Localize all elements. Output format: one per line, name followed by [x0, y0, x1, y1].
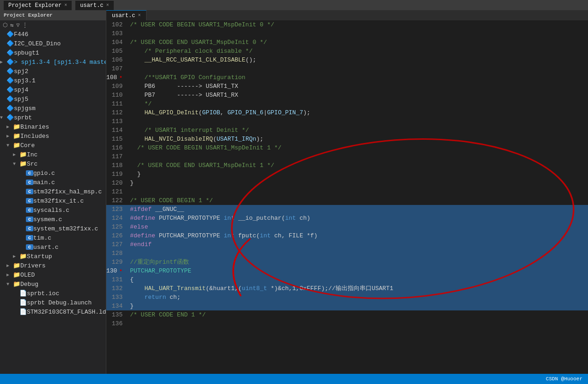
line-content[interactable]: }	[128, 170, 588, 179]
editor-tab-usart[interactable]: usart.c ×	[106, 10, 147, 20]
sidebar-item-Inc[interactable]: ▶ 📁 Inc	[0, 150, 106, 159]
table-row[interactable]: 104/* USER CODE END USART1_MspDeInit 0 *…	[106, 38, 588, 47]
toolbar-collapse-btn[interactable]: ⬡	[2, 21, 8, 29]
table-row[interactable]: 113	[106, 117, 588, 126]
line-content[interactable]	[128, 187, 588, 196]
table-row[interactable]: 109 PB6 ------> USART1_TX	[106, 82, 588, 91]
table-row[interactable]: 135/* USER CODE END 1 */	[106, 310, 588, 319]
table-row[interactable]: 134}	[106, 302, 588, 310]
table-row[interactable]: 122/* USER CODE BEGIN 1 */	[106, 196, 588, 205]
sidebar-item-tim.c[interactable]: c tim.c	[0, 233, 106, 242]
table-row[interactable]: 115 HAL_NVIC_DisableIRQ(USART1_IRQn);	[106, 135, 588, 143]
line-content[interactable]: /* USER CODE BEGIN USART1_MspDeInit 0 */	[128, 20, 588, 29]
table-row[interactable]: 111 */	[106, 99, 588, 108]
line-content[interactable]: __HAL_RCC_USART1_CLK_DISABLE();	[128, 56, 588, 64]
sidebar-item-OLED[interactable]: ▶ 📁 OLED	[0, 270, 106, 279]
table-row[interactable]: 108 /**USART1 GPIO Configuration	[106, 73, 588, 82]
line-content[interactable]: #define PUTCHAR_PROTOTYPE int fputc(int …	[128, 231, 588, 240]
line-content[interactable]	[128, 117, 588, 126]
sidebar-item-usart.c[interactable]: c usart.c	[0, 242, 106, 252]
table-row[interactable]: 131{	[106, 275, 588, 284]
toolbar-dots-btn[interactable]: ⋮	[21, 21, 29, 29]
line-content[interactable]: PB7 ------> USART1_RX	[128, 91, 588, 99]
table-row[interactable]: 116 /* USER CODE BEGIN USART1_MspDeInit …	[106, 143, 588, 152]
table-row[interactable]: 129//重定向printf函数	[106, 258, 588, 266]
sidebar-item-Debug[interactable]: ▼ 📁 Debug	[0, 279, 106, 289]
line-content[interactable]: /* USER CODE BEGIN USART1_MspDeInit 1 */	[128, 143, 588, 152]
line-content[interactable]: HAL_GPIO_DeInit(GPIOB, GPIO_PIN_6|GPIO_P…	[128, 108, 588, 117]
line-content[interactable]	[128, 29, 588, 38]
line-content[interactable]: /* USER CODE END USART1_MspDeInit 0 */	[128, 38, 588, 47]
sidebar-item-Src[interactable]: ▼ 📁 Src	[0, 159, 106, 168]
sidebar-item-sprbt-Debug.launch[interactable]: 📄 sprbt Debug.launch	[0, 298, 106, 307]
sidebar-item-STM32F103C8TX_FLASH.ld[interactable]: 📄 STM32F103C8TX_FLASH.ld	[0, 307, 106, 316]
sidebar-item-spjgsm[interactable]: 🔷 spjgsm	[0, 104, 106, 113]
toolbar-link-btn[interactable]: ⇆	[9, 21, 14, 29]
table-row[interactable]: 102/* USER CODE BEGIN USART1_MspDeInit 0…	[106, 20, 588, 29]
table-row[interactable]: 119 }	[106, 170, 588, 179]
sidebar-item-spj2[interactable]: 🔷 spj2	[0, 67, 106, 76]
line-content[interactable]: #define PUTCHAR_PROTOTYPE int __io_putch…	[128, 214, 588, 223]
table-row[interactable]: 124#define PUTCHAR_PROTOTYPE int __io_pu…	[106, 214, 588, 223]
table-row[interactable]: 106 __HAL_RCC_USART1_CLK_DISABLE();	[106, 56, 588, 64]
table-row[interactable]: 123#ifdef __GNUC__	[106, 205, 588, 214]
line-content[interactable]: HAL_NVIC_DisableIRQ(USART1_IRQn);	[128, 135, 588, 143]
project-explorer-close[interactable]: ×	[64, 3, 67, 8]
sidebar-item-Includes[interactable]: ▶ 📁 Includes	[0, 131, 106, 141]
table-row[interactable]: 126#define PUTCHAR_PROTOTYPE int fputc(i…	[106, 231, 588, 240]
line-content[interactable]: }	[128, 179, 588, 187]
table-row[interactable]: 114 /* USART1 interrupt Deinit */	[106, 126, 588, 135]
line-content[interactable]: /* Peripheral clock disable */	[128, 47, 588, 56]
table-row[interactable]: 103	[106, 29, 588, 38]
table-row[interactable]: 110 PB7 ------> USART1_RX	[106, 91, 588, 99]
toolbar-filter-btn[interactable]: ▽	[15, 21, 20, 29]
sidebar-item-Binaries[interactable]: ▶ 📁 Binaries	[0, 122, 106, 131]
line-content[interactable]	[128, 319, 588, 328]
sidebar-item-Drivers[interactable]: ▶ 📁 Drivers	[0, 261, 106, 270]
sidebar-item-F446[interactable]: 🔷 F446	[0, 30, 106, 39]
line-content[interactable]: return ch;	[128, 293, 588, 302]
line-content[interactable]: {	[128, 275, 588, 284]
sidebar-item-spj3.1[interactable]: 🔷 spj3.1	[0, 76, 106, 85]
line-content[interactable]: #else	[128, 223, 588, 231]
sidebar-item-sprbt.ioc[interactable]: 📄 sprbt.ioc	[0, 289, 106, 298]
sidebar-item-Startup[interactable]: ▶ 📁 Startup	[0, 252, 106, 261]
sidebar-item-system_stm32f1xx.c[interactable]: c system_stm32f1xx.c	[0, 224, 106, 233]
table-row[interactable]: 130PUTCHAR_PROTOTYPE	[106, 266, 588, 275]
sidebar-item-I2C_OLED_Dino[interactable]: 🔷 I2C_OLED_Dino	[0, 39, 106, 48]
sidebar-item-spj5[interactable]: 🔷 spj5	[0, 94, 106, 104]
sidebar-item-stm32f1xx_it.c[interactable]: c stm32f1xx_it.c	[0, 196, 106, 205]
line-content[interactable]	[128, 152, 588, 161]
table-row[interactable]: 127#endif	[106, 240, 588, 249]
table-row[interactable]: 107	[106, 64, 588, 73]
table-row[interactable]: 132 HAL_UART_Transmit(&huart1,(uint8_t *…	[106, 284, 588, 293]
project-explorer-tab[interactable]: Project Explorer ×	[4, 0, 72, 10]
table-row[interactable]: 136	[106, 319, 588, 328]
table-row[interactable]: 125#else	[106, 223, 588, 231]
editor-tab-close[interactable]: ×	[138, 13, 141, 18]
line-content[interactable]: PB6 ------> USART1_TX	[128, 82, 588, 91]
sidebar-item-sprbt[interactable]: ▼ 🔷 sprbt	[0, 113, 106, 122]
line-content[interactable]	[128, 64, 588, 73]
code-editor[interactable]: 102/* USER CODE BEGIN USART1_MspDeInit 0…	[106, 20, 588, 374]
sidebar-item-gpio.c[interactable]: c gpio.c	[0, 168, 106, 178]
sidebar-item-main.c[interactable]: c main.c	[0, 178, 106, 187]
file-tab[interactable]: usart.c ×	[75, 0, 113, 10]
sidebar-item-Core[interactable]: ▼ 📁 Core	[0, 141, 106, 150]
line-content[interactable]: /* USER CODE END 1 */	[128, 310, 588, 319]
line-content[interactable]: /* USER CODE END USART1_MspDeInit 1 */	[128, 161, 588, 170]
table-row[interactable]: 133 return ch;	[106, 293, 588, 302]
line-content[interactable]: HAL_UART_Transmit(&huart1,(uint8_t *)&ch…	[128, 284, 588, 293]
line-content[interactable]	[128, 249, 588, 258]
line-content[interactable]: /**USART1 GPIO Configuration	[128, 73, 588, 82]
sidebar-item-spbugt1[interactable]: 🔷 spbugt1	[0, 48, 106, 57]
line-content[interactable]: #ifdef __GNUC__	[128, 205, 588, 214]
table-row[interactable]: 118 /* USER CODE END USART1_MspDeInit 1 …	[106, 161, 588, 170]
line-content[interactable]: /* USER CODE BEGIN 1 */	[128, 196, 588, 205]
line-content[interactable]: PUTCHAR_PROTOTYPE	[128, 266, 588, 275]
sidebar-item-sysmem.c[interactable]: c sysmem.c	[0, 215, 106, 224]
line-content[interactable]: }	[128, 302, 588, 310]
line-content[interactable]: #endif	[128, 240, 588, 249]
line-content[interactable]: */	[128, 99, 588, 108]
sidebar-item-syscalls.c[interactable]: c syscalls.c	[0, 205, 106, 215]
